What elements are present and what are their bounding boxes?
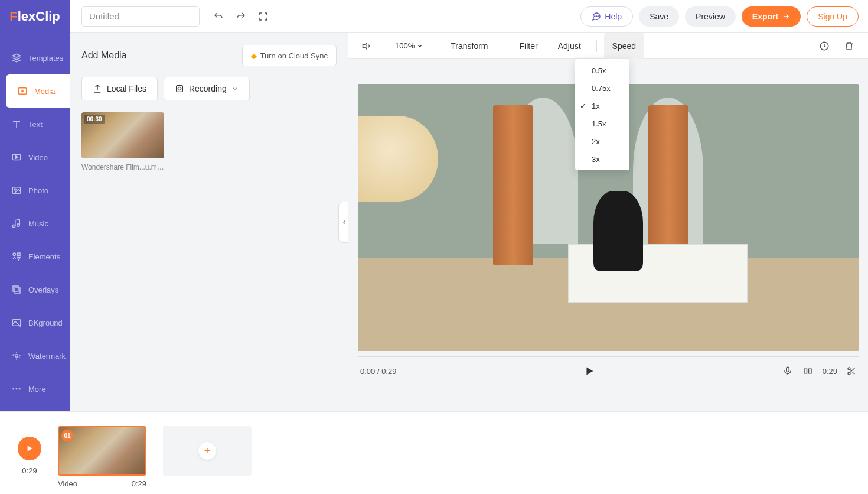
speed-tool[interactable]: Speed bbox=[604, 33, 644, 59]
recording-button[interactable]: Recording bbox=[164, 77, 250, 100]
volume-icon[interactable] bbox=[359, 38, 376, 54]
sidebar-item-elements[interactable]: Elements bbox=[0, 240, 70, 273]
check-icon: ✓ bbox=[580, 102, 586, 110]
export-label: Export bbox=[752, 12, 778, 21]
sidebar-label: Watermark bbox=[28, 352, 66, 360]
sidebar-item-templates[interactable]: Templates bbox=[0, 41, 70, 74]
svg-rect-23 bbox=[808, 369, 811, 373]
svg-point-16 bbox=[16, 388, 18, 390]
video-icon bbox=[11, 151, 22, 163]
timeline-play-button[interactable] bbox=[18, 437, 41, 460]
main-row: Templates Media Text Video Photo Music E… bbox=[0, 33, 868, 411]
thumbnail-filename: Wondershare Film...u.mp4 bbox=[81, 163, 164, 171]
history-controls bbox=[210, 8, 272, 25]
timeline-clip[interactable]: 01 Video 0:29 bbox=[58, 426, 146, 488]
current-time-display: 0:00 / 0:29 bbox=[360, 367, 396, 376]
cloud-sync-button[interactable]: ◆ Turn on Cloud Sync bbox=[242, 45, 337, 66]
speed-option-2x[interactable]: 2x bbox=[575, 132, 629, 150]
templates-icon bbox=[11, 52, 22, 64]
export-button[interactable]: Export bbox=[742, 6, 801, 27]
timeline-total-time: 0:29 bbox=[22, 466, 37, 475]
zoom-dropdown[interactable]: 100% bbox=[390, 41, 428, 50]
record-icon bbox=[175, 84, 184, 93]
svg-point-8 bbox=[17, 224, 20, 227]
thumbnail-image: 00:30 bbox=[81, 112, 164, 158]
elements-icon bbox=[11, 251, 22, 262]
panel-title: Add Media bbox=[81, 50, 127, 61]
panel-collapse-handle[interactable] bbox=[338, 202, 349, 243]
local-files-label: Local Files bbox=[107, 84, 146, 93]
sidebar-item-video[interactable]: Video bbox=[0, 141, 70, 174]
adjust-tool[interactable]: Adjust bbox=[550, 33, 589, 59]
local-files-button[interactable]: Local Files bbox=[81, 77, 158, 100]
top-bar: FlexClip Untitled Help Save Preview Expo… bbox=[0, 0, 868, 33]
media-thumbnail[interactable]: 00:30 Wondershare Film...u.mp4 bbox=[81, 112, 164, 171]
microphone-icon[interactable] bbox=[782, 366, 793, 376]
thumbnail-duration-badge: 00:30 bbox=[84, 115, 105, 124]
sidebar-item-overlays[interactable]: Overlays bbox=[0, 273, 70, 306]
play-center bbox=[396, 365, 782, 378]
help-button[interactable]: Help bbox=[580, 6, 633, 27]
sidebar-label: Overlays bbox=[28, 285, 58, 294]
toolbar-separator bbox=[596, 40, 597, 52]
speed-option-0.5x[interactable]: 0.5x bbox=[575, 61, 629, 79]
timeline-clip-thumbnail: 01 bbox=[58, 426, 146, 476]
save-button[interactable]: Save bbox=[639, 6, 679, 27]
split-icon[interactable] bbox=[802, 366, 813, 376]
chat-icon bbox=[592, 12, 601, 21]
sidebar-item-music[interactable]: Music bbox=[0, 207, 70, 240]
sidebar-item-text[interactable]: Text bbox=[0, 108, 70, 141]
speed-option-3x[interactable]: 3x bbox=[575, 150, 629, 168]
sidebar: Templates Media Text Video Photo Music E… bbox=[0, 33, 70, 411]
scene-lampshade bbox=[358, 116, 438, 202]
svg-rect-18 bbox=[177, 86, 183, 92]
project-title-input[interactable]: Untitled bbox=[81, 6, 200, 27]
chevron-left-icon bbox=[341, 219, 347, 225]
sidebar-item-background[interactable]: BKground bbox=[0, 306, 70, 339]
history-icon[interactable] bbox=[816, 38, 833, 54]
speed-option-0.75x[interactable]: 0.75x bbox=[575, 79, 629, 97]
filter-tool[interactable]: Filter bbox=[511, 33, 546, 59]
svg-point-9 bbox=[13, 253, 16, 256]
toolbar-separator bbox=[504, 40, 504, 52]
media-icon bbox=[17, 85, 28, 97]
logo: FlexClip bbox=[0, 0, 70, 33]
play-button[interactable] bbox=[583, 365, 596, 378]
svg-point-25 bbox=[848, 372, 850, 375]
timeline: 0:29 01 Video 0:29 + bbox=[0, 411, 868, 494]
sidebar-label: Text bbox=[28, 120, 43, 129]
svg-point-6 bbox=[14, 188, 16, 190]
preview-area: 100% Transform Filter Adjust Speed 0.5x … bbox=[348, 33, 868, 411]
redo-icon[interactable] bbox=[233, 8, 249, 25]
scene-curtain-right bbox=[648, 105, 688, 265]
total-time-display: 0:29 bbox=[823, 367, 837, 376]
media-source-buttons: Local Files Recording bbox=[81, 77, 337, 100]
scissors-icon[interactable] bbox=[847, 366, 856, 376]
preview-button[interactable]: Preview bbox=[685, 6, 736, 27]
logo-letter-f: F bbox=[9, 9, 17, 24]
arrow-right-icon bbox=[782, 12, 790, 21]
fullscreen-icon[interactable] bbox=[255, 8, 272, 25]
logo-rest: lexClip bbox=[18, 9, 60, 24]
speed-option-1x[interactable]: ✓1x bbox=[575, 97, 629, 115]
undo-icon[interactable] bbox=[210, 8, 227, 25]
zoom-value: 100% bbox=[395, 41, 415, 50]
timeline-play-group: 0:29 bbox=[18, 437, 41, 475]
sidebar-item-watermark[interactable]: Watermark bbox=[0, 339, 70, 372]
sidebar-item-more[interactable]: More bbox=[0, 372, 70, 405]
delete-icon[interactable] bbox=[841, 38, 857, 54]
timeline-add-clip[interactable]: + bbox=[163, 426, 252, 476]
sidebar-item-media[interactable]: Media bbox=[6, 74, 70, 108]
svg-rect-22 bbox=[804, 369, 807, 373]
svg-point-14 bbox=[15, 355, 18, 358]
speed-option-1.5x[interactable]: 1.5x bbox=[575, 115, 629, 132]
sidebar-label: Media bbox=[34, 87, 55, 96]
sidebar-item-photo[interactable]: Photo bbox=[0, 174, 70, 207]
text-icon bbox=[11, 118, 22, 130]
svg-point-2 bbox=[598, 16, 599, 17]
signup-button[interactable]: Sign Up bbox=[807, 6, 859, 27]
clip-duration: 0:29 bbox=[132, 479, 146, 488]
svg-rect-11 bbox=[13, 286, 18, 291]
transform-tool[interactable]: Transform bbox=[442, 33, 496, 59]
sidebar-label: More bbox=[28, 385, 46, 394]
